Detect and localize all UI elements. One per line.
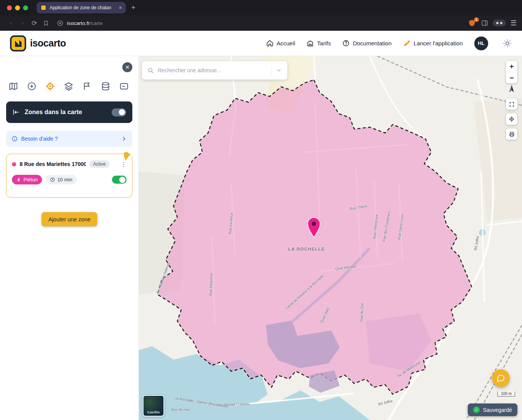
flag-tool-icon[interactable] bbox=[82, 81, 92, 91]
saved-toast-label: Sauvegardé bbox=[483, 407, 512, 413]
nav-documentation[interactable]: Documentation bbox=[342, 40, 392, 47]
chat-button[interactable] bbox=[492, 369, 510, 387]
scale-bar: 100 m bbox=[497, 392, 515, 397]
zoom-in-button[interactable]: + bbox=[506, 61, 517, 72]
help-circle-icon bbox=[342, 40, 350, 47]
url-field[interactable]: isocarto.fr/carte bbox=[57, 20, 468, 27]
zones-visibility-toggle[interactable] bbox=[112, 108, 126, 116]
reader-panel-icon[interactable] bbox=[481, 20, 488, 27]
main-content: ✕ bbox=[0, 56, 522, 420]
window-controls bbox=[7, 5, 28, 10]
zoom-out-button[interactable]: − bbox=[506, 72, 517, 83]
tab-close-icon[interactable]: × bbox=[119, 5, 122, 11]
zone-card-header: 8 Rue des Mariettes 17000 Active ⋮ bbox=[12, 160, 127, 168]
bookmark-ribbon-icon bbox=[124, 152, 130, 161]
address-bar-actions: 1 ☰ bbox=[468, 19, 517, 27]
maximize-window-button[interactable] bbox=[23, 5, 28, 10]
chevron-right-icon bbox=[121, 136, 127, 142]
clock-icon bbox=[50, 177, 55, 182]
map-tool-icon[interactable] bbox=[8, 81, 18, 91]
chat-bubble-icon bbox=[497, 374, 505, 382]
layers-tool-icon[interactable] bbox=[64, 81, 73, 91]
reload-icon[interactable]: ⟳ bbox=[28, 17, 40, 29]
satellite-label: Satellite bbox=[147, 410, 160, 416]
close-sidebar-button[interactable]: ✕ bbox=[122, 62, 132, 72]
zone-card[interactable]: 8 Rue des Mariettes 17000 Active ⋮ Piéto… bbox=[6, 154, 132, 198]
search-icon bbox=[147, 67, 154, 74]
isochrone-tool-icon[interactable] bbox=[45, 81, 55, 91]
tab-favicon bbox=[40, 5, 47, 11]
sidebar: ✕ bbox=[0, 56, 139, 420]
app-header: isocarto Accueil Tarifs Documentation La… bbox=[0, 31, 522, 56]
zone-address: 8 Rue des Mariettes 17000 bbox=[20, 161, 86, 167]
isocarto-logo[interactable] bbox=[10, 35, 26, 51]
url-host: isocarto.fr bbox=[67, 20, 90, 26]
rocket-icon bbox=[403, 40, 410, 47]
zone-menu-icon[interactable]: ⋮ bbox=[120, 163, 127, 165]
url-text: isocarto.fr/carte bbox=[67, 20, 103, 26]
nav-lancer-application[interactable]: Lancer l'application bbox=[403, 40, 463, 47]
chevron-down-icon[interactable] bbox=[276, 67, 282, 73]
search-input[interactable] bbox=[158, 67, 268, 73]
back-icon[interactable]: ‹ bbox=[5, 17, 17, 29]
theme-toggle-icon[interactable] bbox=[503, 39, 512, 48]
browser-address-bar: ‹ › ⟳ isocarto.fr/carte 1 ☰ bbox=[0, 15, 522, 31]
search-divider bbox=[272, 66, 272, 75]
brand-wordmark[interactable]: isocarto bbox=[30, 38, 66, 49]
info-icon bbox=[12, 136, 18, 142]
add-zone-button[interactable]: Ajouter une zone bbox=[42, 212, 97, 226]
zone-active-toggle[interactable] bbox=[112, 176, 127, 184]
url-path: /carte bbox=[90, 20, 103, 26]
zoom-controls: + − bbox=[506, 61, 517, 83]
building-icon bbox=[307, 40, 314, 47]
map-canvas[interactable]: Rue Thiers Rue-Villeneuve Rue des Fonder… bbox=[139, 56, 522, 420]
browser-tab[interactable]: Application de zone de chalan × bbox=[37, 2, 126, 13]
site-settings-icon[interactable] bbox=[57, 20, 63, 27]
privacy-shield-icon[interactable]: 1 bbox=[468, 19, 477, 27]
close-window-button[interactable] bbox=[7, 5, 12, 10]
travel-mode-label: Piéton bbox=[23, 177, 38, 183]
nav-tarifs[interactable]: Tarifs bbox=[307, 40, 331, 47]
nav-accueil[interactable]: Accueil bbox=[266, 40, 295, 47]
nav-tarifs-label: Tarifs bbox=[317, 40, 331, 46]
saved-toast: ✓ Sauvegardé bbox=[468, 403, 517, 416]
minimize-window-button[interactable] bbox=[15, 5, 20, 10]
pedestrian-icon bbox=[16, 177, 21, 182]
compass-icon[interactable] bbox=[508, 85, 515, 93]
add-circle-tool-icon[interactable] bbox=[27, 81, 37, 91]
nav-lancer-label: Lancer l'application bbox=[414, 40, 463, 46]
satellite-layer-switch[interactable]: Satellite bbox=[143, 395, 164, 417]
database-tool-icon[interactable] bbox=[101, 81, 110, 91]
bookmark-icon[interactable] bbox=[40, 17, 52, 29]
zone-card-details: Piéton 10 min bbox=[12, 175, 127, 184]
header-nav: Accueil Tarifs Documentation Lancer l'ap… bbox=[266, 37, 512, 50]
duration-label: 10 min bbox=[57, 177, 72, 183]
home-icon bbox=[266, 40, 274, 47]
map-layers bbox=[139, 56, 522, 420]
address-search-bar bbox=[142, 61, 287, 80]
zones-panel-header: Zones dans la carte bbox=[6, 101, 132, 123]
forward-icon[interactable]: › bbox=[17, 17, 28, 29]
fullscreen-button[interactable] bbox=[506, 98, 517, 110]
menu-icon[interactable]: ☰ bbox=[510, 19, 517, 27]
page: Application de zone de chalan × + ‹ › ⟳ … bbox=[0, 0, 522, 420]
zone-status-badge: Active bbox=[89, 160, 110, 168]
tool-icons-row bbox=[8, 81, 129, 91]
shield-badge: 1 bbox=[474, 17, 479, 22]
check-icon: ✓ bbox=[473, 407, 480, 413]
user-avatar[interactable]: HL bbox=[474, 37, 488, 50]
notes-panel-tool-icon[interactable] bbox=[119, 81, 129, 91]
help-link[interactable]: Besoin d'aide ? bbox=[6, 131, 132, 147]
zones-panel-title: Zones dans la carte bbox=[25, 109, 107, 116]
print-button[interactable] bbox=[506, 128, 517, 140]
collapse-panel-icon[interactable] bbox=[12, 108, 20, 116]
tab-title: Application de zone de chalan bbox=[50, 5, 116, 10]
locate-button[interactable] bbox=[506, 113, 517, 125]
city-label: LA ROCHELLE bbox=[288, 247, 325, 251]
profile-pill-icon[interactable] bbox=[493, 20, 506, 27]
duration-pill[interactable]: 10 min bbox=[46, 175, 77, 184]
new-tab-button[interactable]: + bbox=[131, 3, 135, 12]
nav-documentation-label: Documentation bbox=[353, 40, 392, 46]
railway bbox=[377, 56, 522, 105]
travel-mode-pill[interactable]: Piéton bbox=[12, 175, 42, 184]
